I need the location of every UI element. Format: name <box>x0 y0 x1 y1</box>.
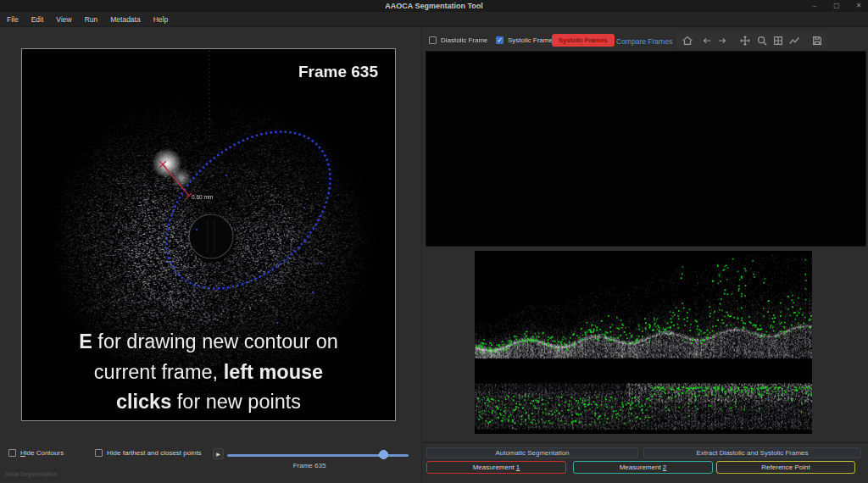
hide-points-checkbox[interactable]: Hide farthest and closest points <box>95 449 202 457</box>
systolic-frames-button[interactable]: Systolic Frames <box>552 34 615 47</box>
app-window: AAOCA Segmentation Tool – ▢ ✕ File Edit … <box>0 0 868 483</box>
longitudinal-view-canvas[interactable] <box>475 251 812 434</box>
maximize-icon[interactable]: ▢ <box>831 0 843 12</box>
frame-slider-handle[interactable] <box>379 450 388 459</box>
frame-slider-label: Frame 635 <box>280 462 339 469</box>
diastolic-frame-checkbox[interactable]: Diastolic Frame <box>429 36 488 44</box>
pan-icon[interactable] <box>739 35 751 47</box>
home-icon[interactable] <box>682 35 693 47</box>
back-arrow-icon[interactable] <box>701 35 713 47</box>
separator <box>424 441 868 443</box>
automatic-segmentation-button[interactable]: Automatic Segmentation <box>426 447 638 458</box>
checkbox-box[interactable] <box>8 449 16 457</box>
measurement-1-button[interactable]: Measurement 1 <box>426 461 566 474</box>
minimize-icon[interactable]: – <box>809 0 821 12</box>
checkbox-box[interactable] <box>95 449 103 457</box>
menu-metadata[interactable]: Metadata <box>110 12 140 27</box>
checkbox-box[interactable] <box>429 36 437 44</box>
instruction-overlay: E for drawing new contour on current fra… <box>22 327 395 418</box>
frame-number-label: Frame 635 <box>298 63 378 81</box>
menu-file[interactable]: File <box>7 12 19 27</box>
checkbox-check-icon[interactable]: ✓ <box>496 36 504 44</box>
menu-help[interactable]: Help <box>153 12 168 27</box>
panel-divider <box>421 27 422 483</box>
hide-contours-checkbox[interactable]: Hide Contours <box>8 449 64 457</box>
status-text: Initial Segmentation <box>5 471 57 477</box>
close-icon[interactable]: ✕ <box>853 0 865 12</box>
menu-view[interactable]: View <box>56 12 71 27</box>
menubar: File Edit View Run Metadata Help <box>0 12 868 27</box>
titlebar: AAOCA Segmentation Tool – ▢ ✕ <box>0 0 868 12</box>
play-button[interactable]: ▶ <box>213 448 224 459</box>
frames-plot-area[interactable] <box>426 51 866 247</box>
configure-subplots-icon[interactable] <box>772 35 784 47</box>
forward-arrow-icon[interactable] <box>716 35 728 47</box>
mpl-toolbar <box>676 32 827 49</box>
systolic-frame-checkbox[interactable]: ✓ Systolic Frame <box>496 36 553 44</box>
save-icon[interactable] <box>811 35 823 47</box>
compare-frames-link[interactable]: Compare Frames <box>616 37 672 46</box>
menu-edit[interactable]: Edit <box>31 12 44 27</box>
zoom-icon[interactable] <box>756 35 768 47</box>
measurement-2-button[interactable]: Measurement 2 <box>573 461 713 474</box>
window-title: AAOCA Segmentation Tool <box>0 0 868 12</box>
extract-frames-button[interactable]: Extract Diastolic and Systolic Frames <box>643 447 861 458</box>
edit-parameters-icon[interactable] <box>788 35 800 47</box>
menu-run[interactable]: Run <box>85 12 98 27</box>
reference-point-button[interactable]: Reference Point <box>716 461 855 474</box>
ivus-image-panel: Frame 635 0.60 mm E for drawing new cont… <box>21 48 396 421</box>
distance-measurement-label: 0.60 mm <box>192 194 213 200</box>
